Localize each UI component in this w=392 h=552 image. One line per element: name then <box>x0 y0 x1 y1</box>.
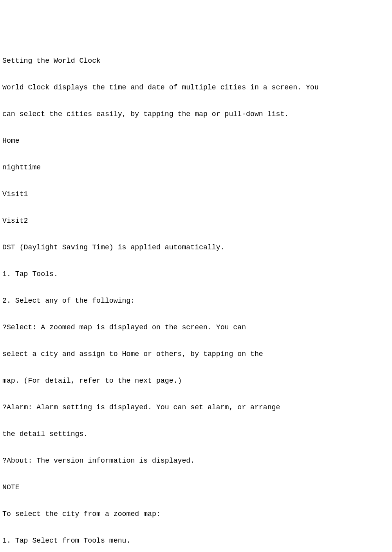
text-line: nighttime <box>2 161 392 174</box>
text-line: map. (For detail, refer to the next page… <box>2 374 392 387</box>
text-line: Home <box>2 134 392 147</box>
text-line: ?About: The version information is displ… <box>2 454 392 467</box>
text-line: 1. Tap Tools. <box>2 267 392 281</box>
text-line: Setting the World Clock <box>2 54 392 67</box>
text-line: ?Alarm: Alarm setting is displayed. You … <box>2 401 392 414</box>
text-line: Visit2 <box>2 214 392 227</box>
text-line: To select the city from a zoomed map: <box>2 507 392 521</box>
text-line: select a city and assign to Home or othe… <box>2 347 392 361</box>
text-line: 1. Tap Select from Tools menu. <box>2 534 392 547</box>
text-line: World Clock displays the time and date o… <box>2 81 392 94</box>
text-line: ?Select: A zoomed map is displayed on th… <box>2 321 392 334</box>
text-line: Visit1 <box>2 187 392 201</box>
text-line: NOTE <box>2 481 392 494</box>
text-line: the detail settings. <box>2 427 392 441</box>
text-line: DST (Daylight Saving Time) is applied au… <box>2 241 392 254</box>
text-line: can select the cities easily, by tapping… <box>2 107 392 121</box>
text-line: 2. Select any of the following: <box>2 294 392 307</box>
